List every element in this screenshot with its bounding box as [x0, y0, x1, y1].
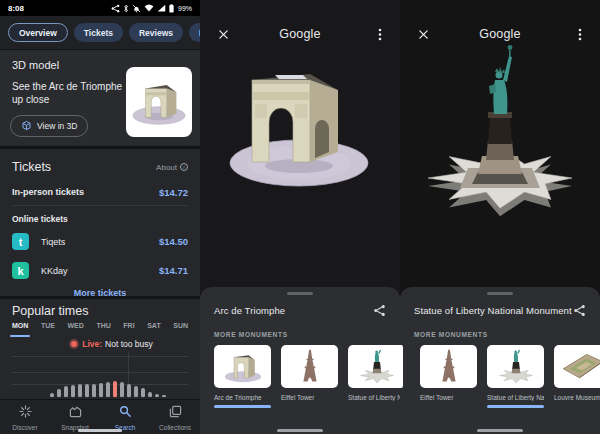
- arc-3d-thumbnail[interactable]: [126, 67, 192, 137]
- popular-times-title: Popular times: [12, 304, 188, 321]
- monument-title: Arc de Triomphe: [214, 305, 285, 316]
- day-tab-sat[interactable]: SAT: [147, 322, 160, 335]
- share-icon[interactable]: [373, 304, 386, 317]
- home-indicator[interactable]: [78, 429, 122, 432]
- selected-day-underline: [10, 335, 30, 337]
- live-busy-bar: [113, 381, 117, 397]
- provider-price: $14.71: [159, 265, 188, 276]
- tickets-about-label: About: [156, 163, 177, 172]
- share-icon[interactable]: [573, 304, 586, 317]
- icon-search: [119, 404, 132, 422]
- day-tab-sun[interactable]: SUN: [173, 322, 188, 335]
- day-tab-wed[interactable]: WED: [67, 322, 83, 335]
- close-icon[interactable]: [418, 29, 429, 40]
- day-tab-mon[interactable]: MON: [12, 322, 28, 335]
- thumbnail-card: [348, 345, 400, 388]
- tickets-section: Tickets About i In-person tickets $14.72…: [0, 149, 200, 296]
- cell-signal-icon: [157, 4, 166, 12]
- thumbnail-liberty[interactable]: Statue of Liberty Nat...: [487, 345, 544, 408]
- thumbnail-eiffel[interactable]: Eiffel Tower: [420, 345, 477, 408]
- status-icons: 99%: [111, 4, 192, 13]
- thumbnail-card: [487, 345, 544, 388]
- selected-thumbnail-underline: [214, 405, 271, 408]
- monument-title: Statue of Liberty National Monument: [414, 305, 572, 316]
- tab-reviews[interactable]: Reviews: [129, 23, 183, 42]
- thumbnail-liberty[interactable]: Statue of Liberty Na: [348, 345, 400, 408]
- more-options-icon[interactable]: [378, 28, 382, 41]
- nav-item-discover[interactable]: Discover: [0, 400, 50, 434]
- more-options-icon[interactable]: [578, 28, 582, 41]
- wifi-icon: [144, 4, 154, 12]
- busy-bar: [162, 395, 166, 397]
- viewer-header: Google: [200, 24, 400, 44]
- nav-label: Collections: [159, 424, 191, 431]
- view-in-3d-label: View in 3D: [37, 121, 77, 131]
- nav-item-collections[interactable]: Collections: [150, 400, 200, 434]
- busy-bar: [148, 392, 152, 397]
- busy-bar: [92, 384, 96, 397]
- battery-icon: [169, 4, 174, 13]
- live-status-text: Not too busy: [105, 339, 153, 349]
- busy-bar: [50, 393, 54, 397]
- close-icon[interactable]: [218, 29, 229, 40]
- busy-bar: [85, 384, 89, 397]
- more-monuments-label: MORE MONUMENTS: [414, 331, 600, 338]
- thumbnail-label: Statue of Liberty Na: [348, 394, 400, 401]
- search-results-panel: 8:08 99% OverviewTicketsReviewsPhotosAbo…: [0, 0, 200, 434]
- thumbnail-card: [554, 345, 600, 388]
- thumbnail-card: [214, 345, 271, 388]
- screen: 8:08 99% OverviewTicketsReviewsPhotosAbo…: [0, 0, 600, 434]
- in-person-tickets-row[interactable]: In-person tickets $14.72: [12, 179, 188, 206]
- network-nodes-icon: [111, 4, 120, 13]
- arc-mini-image: [130, 76, 188, 128]
- provider-row-tiqets[interactable]: tTiqets$14.50: [12, 227, 188, 256]
- tab-overview[interactable]: Overview: [8, 23, 68, 42]
- tab-tickets[interactable]: Tickets: [74, 23, 123, 42]
- busy-bar: [106, 382, 110, 397]
- busy-bar: [155, 394, 159, 397]
- busy-bar: [71, 385, 75, 397]
- day-tabs: MONTUEWEDTHUFRISATSUN: [12, 322, 188, 335]
- thumbnail-arc[interactable]: Arc de Triomphe: [214, 345, 271, 408]
- arc-3d-model[interactable]: [215, 50, 385, 199]
- tab-photos[interactable]: Photos: [189, 23, 200, 42]
- provider-logo-icon: k: [12, 262, 29, 279]
- popular-times-chart: [12, 352, 188, 398]
- day-tab-tue[interactable]: TUE: [41, 322, 55, 335]
- google-logo: Google: [200, 27, 400, 41]
- day-tab-thu[interactable]: THU: [96, 322, 110, 335]
- selected-thumbnail-underline: [487, 405, 544, 408]
- thumbnail-card-partial[interactable]: [400, 345, 403, 388]
- popular-times-section: Popular times MONTUEWEDTHUFRISATSUN Live…: [0, 299, 200, 399]
- busy-bar: [141, 388, 145, 397]
- home-indicator[interactable]: [477, 429, 523, 432]
- gridline: [12, 372, 188, 373]
- thumbnail-eiffel[interactable]: Eiffel Tower: [281, 345, 338, 408]
- busy-bar: [57, 389, 61, 397]
- home-indicator[interactable]: [277, 429, 323, 432]
- in-person-label: In-person tickets: [12, 187, 84, 197]
- bottom-sheet: Statue of Liberty National Monument MORE…: [400, 287, 600, 434]
- thumbnail-louvre[interactable]: Louvre Museum: [554, 345, 600, 408]
- busy-bar: [78, 384, 82, 397]
- view-in-3d-button[interactable]: View in 3D: [10, 115, 88, 137]
- in-person-price: $14.72: [159, 187, 188, 198]
- provider-price: $14.50: [159, 236, 188, 247]
- provider-logo-icon: t: [12, 233, 29, 250]
- provider-row-kkday[interactable]: kKKday$14.71: [12, 256, 188, 285]
- 3d-cube-icon: [21, 120, 32, 133]
- bottom-navigation: DiscoverSnapshotSearchCollections: [0, 399, 200, 434]
- live-status-row: Live: Not too busy: [24, 338, 200, 350]
- thumbnail-label: Eiffel Tower: [420, 394, 477, 401]
- provider-name: Tiqets: [41, 237, 65, 247]
- bluetooth-icon: [123, 4, 129, 13]
- thumbnail-label: Statue of Liberty Nat...: [487, 394, 544, 401]
- day-tab-fri[interactable]: FRI: [123, 322, 134, 335]
- tickets-about[interactable]: About i: [156, 163, 188, 172]
- nav-label: Discover: [12, 424, 37, 431]
- busyness-bars: [50, 381, 166, 397]
- thumbnail-card: [281, 345, 338, 388]
- icon-snapshot: [69, 404, 82, 422]
- thumbnail-label: Louvre Museum: [554, 394, 600, 401]
- liberty-3d-model[interactable]: [410, 28, 590, 232]
